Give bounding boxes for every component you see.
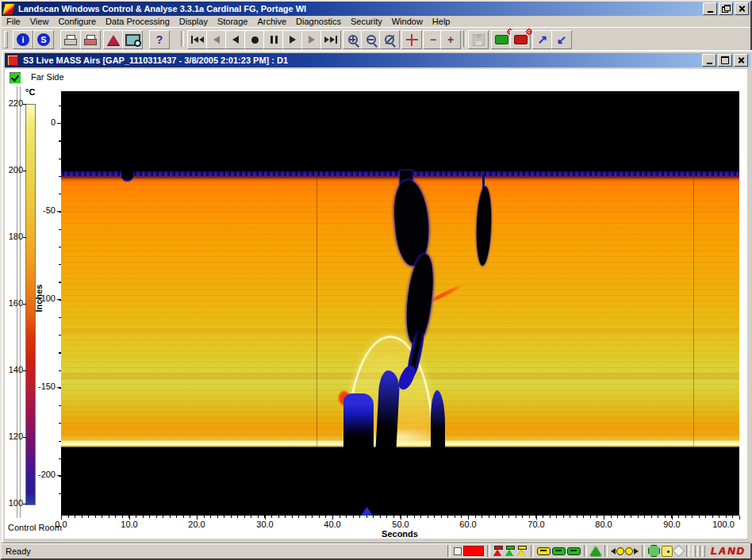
flow-indicator[interactable]: [610, 547, 639, 555]
menu-item-security[interactable]: Security: [346, 16, 387, 27]
y-tick-label-n150: -150: [33, 382, 56, 391]
step-forward-button[interactable]: [282, 30, 303, 49]
minimize-button[interactable]: [703, 2, 717, 15]
menu-item-help[interactable]: Help: [428, 16, 455, 27]
far-side-checkbox[interactable]: [10, 72, 21, 84]
x-tick-label-70: 70.0: [520, 520, 552, 529]
status-icon: S: [37, 33, 50, 46]
preview-button[interactable]: [122, 30, 143, 49]
control-room-label: Control Room: [8, 523, 62, 532]
x-tick-label-40: 40.0: [317, 520, 348, 529]
restore-button[interactable]: [719, 2, 733, 15]
crosshair-button[interactable]: [401, 30, 422, 49]
seek-end-icon: [324, 36, 337, 44]
document-minimize-button[interactable]: [702, 54, 716, 67]
print-button[interactable]: [60, 30, 81, 49]
beacon-red-indicator[interactable]: [493, 546, 505, 556]
document-window: S3 Live MASS Airs [GAP_1110311437 - 3/8/…: [2, 50, 752, 545]
colorbar-tickmark: [23, 237, 26, 238]
status-message: Ready: [6, 547, 31, 556]
document-title: S3 Live MASS Airs [GAP_1110311437 - 3/8/…: [23, 56, 288, 65]
record-button[interactable]: [244, 30, 265, 49]
y-tick-label-n100: -100: [33, 293, 56, 303]
zoom-off-button[interactable]: [379, 30, 400, 49]
print-color-button[interactable]: [80, 30, 101, 49]
status-bar: Ready LAND: [2, 543, 750, 558]
die-indicator[interactable]: [661, 546, 673, 557]
info-button[interactable]: i: [13, 30, 33, 49]
menu-item-diagnostics[interactable]: Diagnostics: [291, 16, 346, 27]
toolbar-separator-2: [463, 31, 466, 47]
printer-color-icon: [84, 35, 97, 45]
menu-item-view[interactable]: View: [25, 16, 54, 27]
arrow-left-icon: [611, 548, 616, 554]
menu-item-configure[interactable]: Configure: [53, 16, 101, 27]
capture-stop-icon: [514, 35, 528, 44]
play-icon: [309, 36, 315, 44]
x-tick-label-90: 90.0: [656, 520, 688, 529]
rewind-button[interactable]: [206, 30, 227, 49]
resize-grip[interactable]: [692, 546, 706, 557]
yellow-circle-icon: [616, 547, 624, 555]
menu-item-data-processing[interactable]: Data Processing: [101, 16, 175, 27]
octagon-indicator[interactable]: [647, 545, 661, 557]
alarm-bar-indicator[interactable]: [462, 546, 485, 556]
toolbar-grip[interactable]: [4, 31, 8, 48]
colorbar-tick-120: 120: [6, 432, 23, 441]
seek-start-button[interactable]: [187, 30, 208, 49]
menu-item-window[interactable]: Window: [387, 16, 428, 27]
status-separator: [487, 545, 490, 557]
meter-green-icon: [567, 547, 581, 555]
status-button[interactable]: S: [33, 30, 54, 49]
save-button[interactable]: [468, 30, 489, 49]
meter-yellow-indicator[interactable]: [536, 547, 551, 555]
rewind-icon: [213, 36, 220, 44]
meter-yellow-icon: [537, 547, 551, 555]
diamond-indicator[interactable]: [673, 547, 684, 555]
tree-indicator[interactable]: [589, 547, 602, 556]
step-back-button[interactable]: [225, 30, 246, 49]
land-brand-logo: LAND: [711, 545, 746, 557]
x-tick-label-60: 60.0: [452, 520, 484, 529]
alarm-button[interactable]: [103, 30, 124, 49]
colorbar-tickmark: [23, 304, 26, 305]
menu-item-file[interactable]: File: [2, 16, 25, 27]
colorbar-tickmark: [23, 437, 26, 438]
zoom-in-icon: [348, 35, 359, 45]
capture-stop-button[interactable]: [510, 30, 531, 49]
beacon-yellow-indicator[interactable]: [516, 546, 528, 556]
meter-green-indicator[interactable]: [551, 547, 566, 555]
alarm-red-bar-icon: [463, 546, 484, 556]
heatmap-edge-notch: [121, 170, 133, 182]
seek-end-button[interactable]: [320, 30, 341, 49]
panel-square-indicator[interactable]: [453, 547, 462, 555]
pause-button[interactable]: [263, 30, 284, 49]
close-button[interactable]: [735, 2, 749, 15]
minimize-icon: [707, 63, 712, 64]
octagon-icon: [648, 545, 660, 557]
status-separator: [642, 545, 645, 557]
beacon-green-indicator[interactable]: [505, 546, 516, 556]
play-button[interactable]: [301, 30, 322, 49]
menu-item-archive[interactable]: Archive: [252, 16, 291, 27]
pan-down-left-button[interactable]: ↙: [551, 30, 572, 49]
range-plus-button[interactable]: +: [440, 30, 461, 49]
monitor-search-icon: [125, 34, 140, 46]
minimize-icon: [708, 11, 713, 13]
document-maximize-button[interactable]: [718, 54, 732, 67]
minus-icon: −: [430, 36, 436, 44]
document-close-button[interactable]: [734, 54, 748, 67]
help-button[interactable]: ?: [149, 30, 170, 49]
document-icon: [7, 55, 18, 66]
arrow-right-icon: [634, 548, 639, 554]
application-window: { "app": { "title": "Landscan Windows Co…: [0, 0, 752, 560]
meter-green-indicator-2[interactable]: [566, 547, 581, 555]
pan-up-right-button[interactable]: ↗: [532, 30, 553, 49]
status-separator: [531, 545, 534, 557]
capture-start-button[interactable]: [491, 30, 512, 49]
thermal-image[interactable]: [61, 91, 739, 516]
menu-item-display[interactable]: Display: [175, 16, 213, 27]
colorbar-tick-200: 200: [6, 165, 23, 175]
x-tick-label-80: 80.0: [588, 520, 620, 529]
menu-item-storage[interactable]: Storage: [213, 16, 253, 27]
